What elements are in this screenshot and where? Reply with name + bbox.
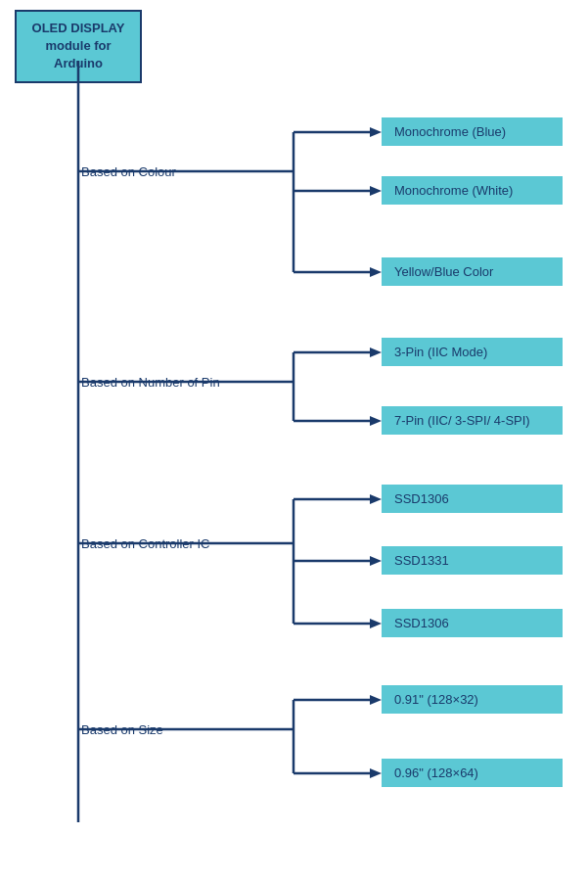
- svg-marker-12: [370, 348, 382, 357]
- svg-marker-20: [370, 556, 382, 566]
- leaf-091: 0.91" (128×32): [382, 685, 563, 714]
- label-controller: Based on Controller IC: [81, 536, 210, 551]
- svg-marker-26: [370, 695, 382, 705]
- leaf-ssd1306-1: SSD1306: [382, 485, 563, 513]
- label-pin: Based on Number of Pin: [81, 375, 220, 390]
- leaf-3pin: 3-Pin (IIC Mode): [382, 338, 563, 366]
- leaf-7pin: 7-Pin (IIC/ 3-SPI/ 4-SPI): [382, 406, 563, 435]
- svg-marker-28: [370, 768, 382, 778]
- leaf-ssd1331: SSD1331: [382, 546, 563, 575]
- leaf-monochrome-blue: Monochrome (Blue): [382, 117, 563, 146]
- svg-marker-8: [370, 267, 382, 277]
- svg-marker-22: [370, 619, 382, 628]
- svg-marker-14: [370, 416, 382, 426]
- leaf-096: 0.96" (128×64): [382, 759, 563, 787]
- leaf-yellow-blue: Yellow/Blue Color: [382, 257, 563, 286]
- leaf-ssd1306-2: SSD1306: [382, 609, 563, 637]
- diagram: OLED DISPLAY module for Arduino: [0, 0, 588, 881]
- leaf-monochrome-white: Monochrome (White): [382, 176, 563, 205]
- svg-marker-18: [370, 494, 382, 504]
- svg-marker-6: [370, 186, 382, 196]
- label-colour: Based on Colour: [81, 164, 176, 179]
- label-size: Based on Size: [81, 722, 163, 737]
- svg-marker-4: [370, 127, 382, 137]
